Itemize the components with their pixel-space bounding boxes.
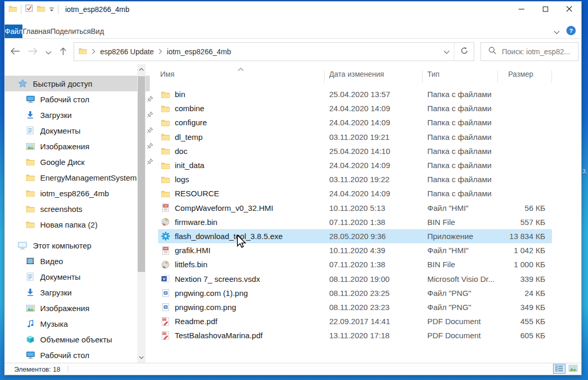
sidebar-item-this-pc[interactable]: Этот компьютер xyxy=(5,238,150,253)
file-row[interactable]: init_data 24.04.2020 14:09 Папка с файла… xyxy=(158,158,552,172)
sidebar-item[interactable]: Изображения xyxy=(5,300,158,316)
help-icon[interactable]: ? xyxy=(566,26,576,38)
close-button[interactable] xyxy=(557,2,581,17)
refresh-button[interactable] xyxy=(454,43,474,61)
scroll-down-icon[interactable] xyxy=(137,353,146,362)
scrollbar-thumb[interactable] xyxy=(138,76,145,272)
ribbon-tab[interactable]: Файл xyxy=(5,25,22,38)
column-divider[interactable] xyxy=(324,70,325,83)
file-row[interactable]: V Nextion 7_ screens.vsdx 08.11.2020 19:… xyxy=(158,271,552,286)
thumbnails-view-button[interactable] xyxy=(567,364,579,374)
file-name-cell: HMI CompWaveform_v0_32.HMI xyxy=(160,204,329,212)
search-input[interactable]: Поиск: iotm_esp82... xyxy=(481,42,579,61)
file-row[interactable]: pngwing.com.png 08.11.2020 23:23 Файл "P… xyxy=(158,300,552,314)
breadcrumb-chevron-icon[interactable] xyxy=(92,47,95,56)
breadcrumb-item[interactable]: iotm_esp8266_4mb xyxy=(167,48,231,56)
breadcrumb-chevron-icon[interactable] xyxy=(159,47,162,56)
column-divider[interactable] xyxy=(497,70,498,83)
back-button[interactable] xyxy=(10,47,20,57)
sidebar-item[interactable]: screenshots xyxy=(5,201,158,217)
file-row[interactable]: doc 25.04.2020 14:10 Папка с файлами xyxy=(158,144,552,158)
sidebar-scrollbar[interactable] xyxy=(137,64,146,363)
items-count: Элементов: 18 xyxy=(14,365,61,373)
sidebar-item[interactable]: EnergyManagementSystemN xyxy=(5,170,158,185)
chevron-down-icon xyxy=(443,47,450,56)
sidebar-item[interactable]: Загрузки xyxy=(5,284,158,300)
file-row[interactable]: littlefs.bin 07.11.2020 1:38 BIN File 1 … xyxy=(158,257,552,271)
collapse-ribbon-icon[interactable] xyxy=(554,27,560,37)
file-row[interactable]: PDF Readme.pdf 22.09.2017 14:41 PDF Docu… xyxy=(158,314,552,328)
up-button[interactable] xyxy=(59,46,67,58)
maximize-button[interactable] xyxy=(533,2,557,17)
file-row[interactable]: HMI grafik.HMI 10.11.2020 4:39 Файл "HMI… xyxy=(158,243,552,257)
file-size-cell: 24 КБ xyxy=(497,289,545,298)
recent-locations-chevron-icon[interactable] xyxy=(45,48,52,57)
breadcrumb-item[interactable]: esp8266 Update xyxy=(100,48,154,56)
sort-ascending-icon[interactable] xyxy=(237,65,244,73)
qat-customize-chevron-icon[interactable] xyxy=(49,5,54,14)
navigation-toolbar: esp8266 Update iotm_esp8266_4mb Поиск: i… xyxy=(5,39,581,64)
file-name-cell: littlefs.bin xyxy=(160,260,329,269)
qat-new-folder-icon[interactable] xyxy=(37,5,45,14)
ribbon-tab[interactable]: Главная xyxy=(22,25,50,38)
file-row[interactable]: configure 24.04.2020 14:09 Папка с файла… xyxy=(158,115,552,129)
scroll-up-icon[interactable] xyxy=(137,65,146,74)
column-headers: Имя Дата изменения Тип Размер xyxy=(146,66,568,82)
sidebar-item[interactable]: Рабочий стол xyxy=(5,347,158,363)
column-divider[interactable] xyxy=(551,70,552,83)
sidebar-item[interactable]: Рабочий стол xyxy=(5,91,158,107)
file-row[interactable]: RESOURCE 24.04.2020 14:09 Папка с файлам… xyxy=(158,186,552,200)
file-row[interactable]: dl_temp 03.11.2020 19:21 Папка с файлами xyxy=(158,130,552,144)
title-bar: iotm_esp8266_4mb xyxy=(5,2,581,23)
sidebar-item-quick-access[interactable]: Быстрый доступ xyxy=(5,76,150,91)
sidebar-item[interactable]: Изображения xyxy=(5,138,158,154)
ribbon-tab[interactable]: Вид xyxy=(91,25,104,38)
visio-icon: V xyxy=(160,275,171,283)
file-name-cell: PDF Readme.pdf xyxy=(160,317,329,326)
desktop-icon xyxy=(25,96,35,103)
column-header-type[interactable]: Тип xyxy=(427,70,497,78)
address-dropdown-button[interactable] xyxy=(439,43,454,61)
breadcrumb: esp8266 Update iotm_esp8266_4mb xyxy=(74,47,439,56)
sidebar-item[interactable]: Музыка xyxy=(5,316,158,331)
folder-icon xyxy=(160,133,171,140)
explorer-window: iotm_esp8266_4mb Файл Главная Поделиться… xyxy=(4,1,582,375)
column-header-date[interactable]: Дата изменения xyxy=(329,70,427,78)
file-name-cell: dl_temp xyxy=(160,133,329,141)
sidebar-item[interactable]: Объемные объекты xyxy=(5,331,158,347)
forward-button[interactable] xyxy=(28,47,38,57)
sidebar-item[interactable]: Документы xyxy=(5,123,158,138)
file-row[interactable]: logs 03.11.2020 19:22 Папка с файлами xyxy=(158,172,552,186)
file-row[interactable]: bin 25.04.2020 13:57 Папка с файлами xyxy=(158,87,552,101)
column-header-size[interactable]: Размер xyxy=(497,70,545,78)
file-row[interactable]: combine 24.04.2020 14:09 Папка с файлами xyxy=(158,101,552,115)
search-placeholder: Поиск: iotm_esp82... xyxy=(502,48,570,56)
file-row[interactable]: pngwing.com (1).png 08.11.2020 23:25 Фай… xyxy=(158,286,552,300)
column-divider[interactable] xyxy=(422,70,423,83)
file-row[interactable]: PDF TestBalashovaMarina.pdf 13.11.2020 1… xyxy=(158,328,552,342)
address-bar[interactable]: esp8266 Update iotm_esp8266_4mb xyxy=(74,42,474,61)
sidebar-item-label: Быстрый доступ xyxy=(33,79,92,88)
nav-buttons xyxy=(10,43,67,62)
sidebar-item[interactable]: iotm_esp8266_4mb xyxy=(5,185,158,201)
sidebar-item[interactable]: Видео xyxy=(5,253,158,269)
file-date-cell: 08.11.2020 19:00 xyxy=(329,275,427,283)
details-view-button[interactable] xyxy=(553,364,566,374)
sidebar-item[interactable]: Google Диск xyxy=(5,154,158,170)
folder-icon xyxy=(160,176,171,183)
file-row[interactable]: flash_download_tool_3.8.5.exe 28.05.2020… xyxy=(158,229,552,243)
sidebar-item[interactable]: Документы xyxy=(5,269,158,284)
quick-access-star-icon xyxy=(17,79,28,88)
file-row[interactable]: firmware.bin 07.11.2020 1:38 BIN File 55… xyxy=(158,215,552,229)
folder-icon xyxy=(25,174,35,181)
file-date-cell: 25.04.2020 13:57 xyxy=(329,90,427,99)
ribbon-tab[interactable]: Поделиться xyxy=(51,25,91,38)
minimize-button[interactable] xyxy=(509,2,533,17)
file-size-cell: 455 КБ xyxy=(497,317,545,326)
thumbnails-view-icon xyxy=(569,364,578,374)
sidebar-item[interactable]: Новая папка (2) xyxy=(5,217,158,232)
sidebar-item[interactable]: Загрузки xyxy=(5,107,158,123)
qat-checkbox-icon[interactable] xyxy=(25,4,33,15)
file-size-cell: 1 000 КБ xyxy=(497,260,545,269)
file-row[interactable]: HMI CompWaveform_v0_32.HMI 10.11.2020 5:… xyxy=(158,201,552,215)
